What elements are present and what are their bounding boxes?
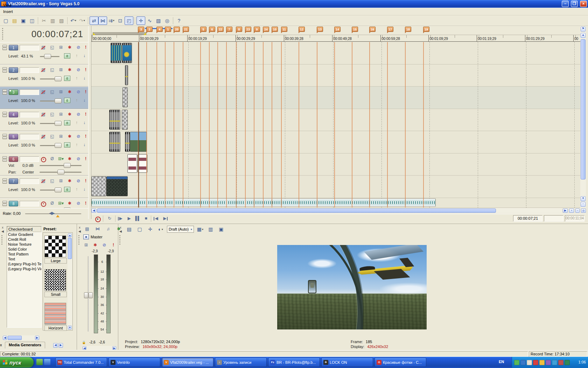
pan-crop-icon[interactable]: ⊞ xyxy=(57,178,64,184)
mute-icon[interactable]: ⊘ xyxy=(75,67,82,73)
make-compositing-parent-icon[interactable]: ↑ xyxy=(73,75,80,81)
track-header[interactable]: 6 ▧ ◱ ⊞ ● Ø ⊞▾ ✱ ⊘ ! Level: α ↑ ↓ Vol: 0… xyxy=(0,154,88,176)
track-row[interactable] xyxy=(91,64,580,87)
preset-item[interactable]: Large xyxy=(44,236,67,264)
horizontal-scroll-thumb[interactable] xyxy=(97,209,496,213)
track-fx-icon[interactable]: ✱ xyxy=(66,67,73,73)
track-header[interactable]: 1 ▧ ◱ ⊞ ● Ø ⊞▾ ✱ ⊘ ! Level: 43.1 % α ↑ ↓… xyxy=(0,42,88,64)
track-number-badge[interactable]: 6 xyxy=(9,156,18,162)
selection-length-box[interactable] xyxy=(544,215,564,222)
generator-list-item[interactable]: Solid Color xyxy=(7,247,41,252)
tray-icon[interactable] xyxy=(546,360,551,365)
mute-icon[interactable]: ⊘ xyxy=(75,156,82,162)
compositing-mode-icon[interactable]: α xyxy=(64,120,70,125)
bypass-motion-blur-icon[interactable]: ▧ xyxy=(40,45,47,50)
make-compositing-parent-icon[interactable]: ↑ xyxy=(73,186,80,192)
close-tab-icon[interactable]: x xyxy=(0,343,2,347)
event-properties-icon[interactable]: ▤ xyxy=(125,225,133,233)
track-motion-icon[interactable]: ◱ xyxy=(49,111,56,117)
pan-crop-icon[interactable]: ⊞ xyxy=(57,67,64,73)
zoom-in-time-button[interactable]: + xyxy=(569,209,574,213)
rate-scrub-handle[interactable]: ◀▶ xyxy=(49,211,54,216)
level-slider-handle[interactable] xyxy=(55,188,62,192)
pane-grip[interactable] xyxy=(78,235,80,245)
bypass-motion-blur-icon[interactable]: ▧ xyxy=(40,178,47,184)
mixer-properties-icon[interactable]: ▤ xyxy=(83,225,91,232)
bypass-motion-blur-icon[interactable]: ▧ xyxy=(40,134,47,139)
tab-scroll-left-icon[interactable]: ◀ xyxy=(53,343,58,348)
undo-button[interactable]: ↶▾ xyxy=(69,16,78,25)
tray-icon[interactable] xyxy=(565,360,570,365)
external-monitor-icon[interactable]: ▢ xyxy=(135,225,144,233)
timeline[interactable]: 00:00:00;0000:00:09;2900:00:19;2900:00:2… xyxy=(91,26,580,208)
marker-bar[interactable] xyxy=(91,26,580,35)
track-number-badge[interactable]: 4 xyxy=(9,112,18,117)
stop-button[interactable]: ■ xyxy=(142,215,150,222)
marker-tool-button[interactable]: ⚑ xyxy=(581,27,586,32)
mute-icon[interactable]: ⊘ xyxy=(75,89,82,95)
track-number-badge[interactable]: 5 xyxy=(9,134,18,139)
tray-icon[interactable] xyxy=(558,360,564,365)
scroll-right-icon[interactable]: ▶ xyxy=(112,346,116,350)
go-to-start-button[interactable]: ◀ xyxy=(152,215,161,222)
make-compositing-child-icon[interactable]: ↓ xyxy=(81,142,88,148)
panel-grip[interactable] xyxy=(1,28,4,40)
taskbar-task-button[interactable]: Fz BR - BR-Pilots@ftp.b... xyxy=(268,357,320,367)
track-minimize-maximize[interactable] xyxy=(2,112,7,117)
generator-list-item[interactable]: Credit Roll xyxy=(7,237,41,242)
scroll-right-icon[interactable]: ▶ xyxy=(35,336,39,340)
scroll-left-icon[interactable]: ◀ xyxy=(3,336,7,340)
downmix-output-icon[interactable]: ⋈ xyxy=(94,225,102,232)
envelope-edit-tool-button[interactable]: ∿ xyxy=(145,16,154,25)
generator-list-item[interactable]: Checkerboard xyxy=(7,226,41,232)
close-pane-icon[interactable]: x xyxy=(78,225,82,229)
pan-mode-icon[interactable]: ⊞▾ xyxy=(57,156,64,162)
collapse-pane-icon[interactable]: ◀ xyxy=(78,229,82,233)
pane-grip[interactable] xyxy=(119,235,121,245)
save-snapshot-icon[interactable]: ▣ xyxy=(217,225,225,233)
bypass-motion-blur-icon[interactable]: ▧ xyxy=(40,67,47,73)
track-fx-icon[interactable]: ✱ xyxy=(66,45,73,50)
track-minimize-maximize[interactable] xyxy=(2,45,7,50)
track-row[interactable] xyxy=(91,176,580,198)
preset-scrollbar[interactable]: ▲ ▼ xyxy=(68,233,72,330)
track-header[interactable]: 5 ▧ ◱ ⊞ ● Ø ⊞▾ ✱ ⊘ ! Level: 100.0 % α ↑ … xyxy=(0,131,88,154)
bypass-motion-blur-icon[interactable]: ▧ xyxy=(40,89,47,95)
taskbar-task-button[interactable]: V Ventrilo xyxy=(108,357,160,367)
preview-quality-select[interactable]: Draft (Auto) ▾ xyxy=(167,226,194,233)
panel-splitter[interactable] xyxy=(88,26,91,219)
track-header[interactable]: 8 ▧ ◱ ⊞ ● Ø ⊞▾ ✱ ⊘ ! Level: α ↑ ↓ Vol: xyxy=(0,198,88,209)
mute-icon[interactable]: ⊘ xyxy=(75,45,82,50)
level-slider-handle[interactable] xyxy=(55,121,62,126)
track-motion-icon[interactable]: ◱ xyxy=(49,45,56,50)
track-row[interactable] xyxy=(91,109,580,131)
menu-item[interactable]: Insert xyxy=(0,8,20,15)
track-motion-icon[interactable]: ◱ xyxy=(49,134,56,139)
preset-thumbnail[interactable] xyxy=(44,303,66,325)
taskbar-task-button[interactable]: ♪ Уровень записи xyxy=(215,357,267,367)
track-row[interactable] xyxy=(91,154,580,176)
quick-launch-icon[interactable] xyxy=(44,359,50,365)
start-button[interactable]: пуск xyxy=(0,357,34,368)
tray-icon[interactable] xyxy=(533,360,538,365)
record-arm-icon[interactable]: ● xyxy=(40,200,47,206)
taskbar-clock[interactable]: 1:06 xyxy=(579,360,586,364)
close-pane-icon[interactable]: x xyxy=(1,225,5,229)
close-pane-icon[interactable]: x xyxy=(119,225,122,229)
make-compositing-parent-icon[interactable]: ↑ xyxy=(73,53,80,59)
taskbar-task-button[interactable]: ✈ LOCK ON xyxy=(321,357,373,367)
vol-slider-track[interactable] xyxy=(40,165,82,166)
language-indicator[interactable]: EN xyxy=(499,360,504,364)
menu-item[interactable]: View xyxy=(0,2,20,8)
make-compositing-parent-icon[interactable]: ↑ xyxy=(73,142,80,148)
scroll-left-icon[interactable]: ◀ xyxy=(83,346,86,350)
make-compositing-child-icon[interactable]: ↓ xyxy=(81,186,88,192)
maximize-button[interactable]: ❐ xyxy=(571,1,578,7)
pan-slider-handle[interactable] xyxy=(57,170,64,175)
track-minimize-maximize[interactable] xyxy=(2,134,7,139)
solo-icon[interactable]: ! xyxy=(82,156,88,162)
track-name-input[interactable] xyxy=(20,156,39,162)
mute-icon[interactable]: ⊘ xyxy=(75,111,82,117)
solo-icon[interactable]: ! xyxy=(82,111,88,117)
compositing-mode-icon[interactable]: α xyxy=(64,98,70,103)
